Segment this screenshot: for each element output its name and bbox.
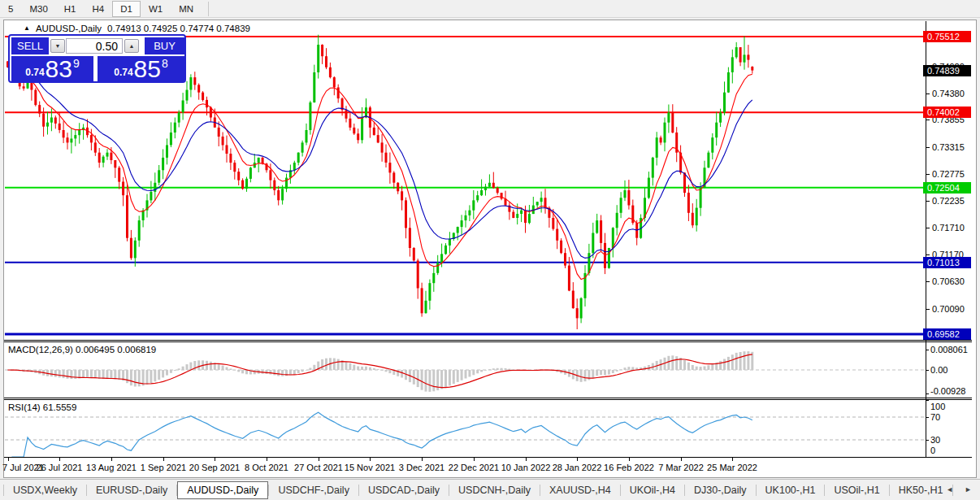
price-tick-mark bbox=[926, 309, 930, 310]
rsi-tick-label: 30 bbox=[930, 435, 940, 445]
tab-usdcad-daily[interactable]: USDCAD-,Daily bbox=[359, 482, 449, 498]
date-tick-label: 27 Oct 2021 bbox=[294, 463, 343, 472]
date-tick-mark bbox=[577, 458, 578, 461]
sell-price-display[interactable]: 0.74 83 9 bbox=[11, 56, 93, 82]
rsi-tick-mark bbox=[926, 400, 929, 401]
macd-tick-mark bbox=[926, 370, 929, 371]
timeframe-button-5[interactable]: 5 bbox=[0, 1, 21, 17]
tab-ukoil-h4[interactable]: UKOil-,H4 bbox=[621, 482, 684, 498]
timeframe-button-w1[interactable]: W1 bbox=[141, 1, 171, 17]
rsi-pane-canvas[interactable] bbox=[5, 400, 926, 457]
date-tick-label: 25 Mar 2022 bbox=[707, 463, 757, 472]
pane-separator[interactable] bbox=[4, 341, 972, 342]
timeframe-button-mn[interactable]: MN bbox=[171, 1, 202, 17]
buy-price-display[interactable]: 0.74 85 8 bbox=[98, 56, 184, 82]
price-badge: 0.74839 bbox=[923, 65, 971, 76]
date-tick-mark bbox=[629, 458, 630, 461]
tab-audusd-daily[interactable]: AUDUSD-,Daily bbox=[177, 481, 268, 499]
sell-price-prefix: 0.74 bbox=[25, 67, 44, 78]
date-tick-label: 3 Dec 2021 bbox=[399, 463, 444, 472]
timeframe-button-h1[interactable]: H1 bbox=[56, 1, 85, 17]
date-tick-mark bbox=[370, 458, 371, 461]
tab-usdchf-daily[interactable]: USDCHF-,Daily bbox=[269, 482, 358, 498]
sell-price-sup: 9 bbox=[73, 57, 80, 70]
price-badge: 0.74002 bbox=[923, 107, 971, 118]
volume-increase-button[interactable]: ▲ bbox=[124, 39, 139, 53]
date-tick-label: 28 Jan 2022 bbox=[553, 463, 602, 472]
date-tick-label: 7 Mar 2022 bbox=[658, 463, 704, 472]
date-tick-mark bbox=[163, 458, 164, 461]
buy-price-big: 85 bbox=[134, 58, 161, 80]
volume-decrease-button[interactable]: ▼ bbox=[50, 39, 65, 53]
tab-uk100-h1[interactable]: UK100-,H1 bbox=[757, 482, 825, 498]
pane-separator[interactable] bbox=[4, 398, 972, 398]
date-tick-mark bbox=[319, 458, 319, 461]
date-tick-label: 15 Nov 2021 bbox=[345, 463, 395, 472]
tab-xauusd-h4[interactable]: XAUUSD-,H4 bbox=[540, 482, 620, 498]
price-badge: 0.69582 bbox=[923, 328, 971, 340]
timeframe-button-h4[interactable]: H4 bbox=[84, 1, 112, 17]
sell-button[interactable]: SELL bbox=[11, 37, 49, 55]
rsi-tick-mark bbox=[926, 440, 929, 441]
buy-price-sup: 8 bbox=[162, 57, 168, 70]
date-tick-mark bbox=[681, 458, 682, 461]
macd-tick-mark bbox=[926, 350, 929, 350]
price-tick-label: 0.71710 bbox=[932, 223, 965, 233]
toolbar-separator bbox=[208, 2, 209, 16]
price-tick-label: 0.70090 bbox=[932, 304, 965, 314]
sell-price-big: 83 bbox=[46, 58, 72, 80]
pane-separator[interactable] bbox=[4, 340, 972, 341]
date-tick-mark bbox=[732, 458, 733, 461]
date-tick-mark bbox=[111, 458, 112, 461]
volume-input[interactable] bbox=[66, 38, 123, 54]
price-badge: 0.72504 bbox=[923, 182, 971, 193]
date-tick-label: 26 Jul 2021 bbox=[37, 463, 83, 472]
application-window: 5M30H1H4D1W1MN ▲ AUDUSD-,Daily 0.74913 0… bbox=[0, 0, 980, 500]
price-tick-mark bbox=[926, 174, 930, 175]
price-tick-label: 0.72235 bbox=[932, 196, 965, 206]
tab-scroll-left-icon[interactable]: ◄ bbox=[946, 485, 953, 493]
macd-tick-mark bbox=[926, 393, 929, 394]
date-tick-label: 20 Sep 2021 bbox=[189, 463, 240, 472]
date-tick-mark bbox=[8, 458, 9, 461]
tab-dj30-daily[interactable]: DJ30-,Daily bbox=[685, 482, 756, 498]
tab-scroll-right-icon[interactable]: ► bbox=[965, 485, 972, 493]
date-tick-label: 16 Feb 2022 bbox=[604, 463, 654, 472]
tab-hk50-h1[interactable]: HK50-,H1 bbox=[890, 482, 952, 498]
price-tick-mark bbox=[926, 281, 930, 282]
price-tick-mark bbox=[926, 228, 930, 228]
macd-indicator-label: MACD(12,26,9) 0.006495 0.006819 bbox=[8, 345, 156, 354]
tab-usdcnh-daily[interactable]: USDCNH-,Daily bbox=[449, 482, 540, 498]
pane-separator[interactable] bbox=[4, 399, 972, 400]
macd-tick-label: 0.008061 bbox=[930, 345, 968, 354]
price-tick-mark bbox=[926, 147, 930, 148]
date-tick-mark bbox=[526, 458, 527, 461]
symbol-tab-bar: USDX,WeeklyEURUSD-,DailyAUDUSD-,DailyUSD… bbox=[0, 479, 980, 500]
rsi-tick-mark bbox=[926, 417, 929, 418]
sell-button-label: SELL bbox=[17, 40, 43, 52]
price-tick-label: 0.73315 bbox=[932, 142, 965, 152]
rsi-tick-mark bbox=[926, 457, 929, 458]
tab-usoil-h1[interactable]: USOil-,H1 bbox=[825, 482, 888, 498]
timeframe-button-m30[interactable]: M30 bbox=[21, 1, 55, 17]
buy-button-label: BUY bbox=[154, 40, 176, 52]
date-tick-mark bbox=[422, 458, 423, 461]
pane-separator bbox=[4, 457, 972, 458]
one-click-trade-panel: SELL ▼ ▲ BUY 0.74 83 9 0.74 85 8 bbox=[8, 34, 186, 83]
timeframe-button-d1[interactable]: D1 bbox=[112, 1, 141, 17]
macd-tick-label: 0.00 bbox=[930, 365, 947, 375]
macd-tick-label: -0.00928 bbox=[930, 386, 965, 396]
tab-eurusd-daily[interactable]: EURUSD-,Daily bbox=[87, 482, 176, 498]
tab-usdx-weekly[interactable]: USDX,Weekly bbox=[4, 482, 86, 498]
date-tick-mark bbox=[474, 458, 475, 461]
date-tick-label: 8 Oct 2021 bbox=[245, 463, 288, 472]
price-tick-label: 0.70630 bbox=[932, 276, 965, 286]
tab-scroll-arrows: ◄► bbox=[946, 485, 972, 493]
date-tick-mark bbox=[267, 458, 267, 461]
price-tick-label: 0.74380 bbox=[932, 89, 965, 98]
price-tick-mark bbox=[926, 201, 930, 202]
price-axis-border bbox=[926, 21, 926, 457]
rsi-tick-label: 100 bbox=[930, 402, 945, 411]
buy-button[interactable]: BUY bbox=[145, 37, 184, 55]
date-tick-label: 10 Jan 2022 bbox=[501, 463, 551, 472]
